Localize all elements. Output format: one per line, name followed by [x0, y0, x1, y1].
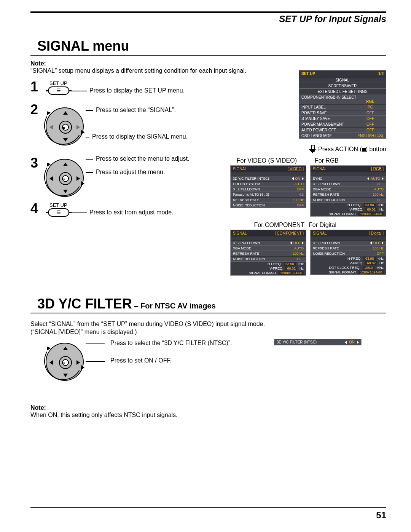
osd-row-value: 100 Hz: [373, 193, 384, 197]
section-title-signal-menu: SIGNAL menu: [37, 38, 386, 54]
footer-rule: [30, 507, 386, 508]
osd-row-value: OFF: [357, 122, 384, 126]
note-text-2: When ON, this setting only affects NTSC …: [30, 411, 386, 419]
yc-osd-value: ON: [349, 340, 355, 344]
osd-signal-video: SIGNAL[ VIDEO ]3D Y/C FILTER (NTSC)ONCOL…: [230, 165, 306, 208]
yc-line2: Press to set ON / OFF.: [110, 357, 172, 364]
osd-row-label: Panasonic AUTO (4 : 3): [233, 193, 269, 197]
label-for-component: For COMPONENT: [254, 222, 304, 228]
osd-3d-yc-filter: 3D Y/C FILTER (NTSC) ON: [274, 339, 362, 345]
osd-row-value: OFF: [357, 128, 384, 132]
yc-osd-label: 3D Y/C FILTER (NTSC): [277, 340, 317, 344]
freq-unit: Hz: [379, 261, 384, 265]
osd-setup-page: 1/2: [378, 72, 384, 76]
page-number: 51: [30, 510, 386, 521]
osd-row-value: 4:3: [299, 193, 304, 197]
freq-value: 63.98: [364, 203, 376, 207]
osd-row-value: OFF: [357, 117, 384, 121]
osd-row-label: EXTENDED LIFE SETTINGS: [317, 89, 367, 94]
osd-row-value: AUTO: [371, 177, 380, 181]
osd-row-value: RGB: [357, 99, 384, 104]
osd-row-value: PC: [357, 105, 384, 109]
osd-row-label: SCREENSAVER: [328, 84, 357, 88]
osd-row-label: COMPONENT/RGB-IN SELECT: [301, 95, 384, 99]
osd-sig-title: SIGNAL: [313, 167, 327, 171]
step2b-text: Press to display the SIGNAL menu.: [92, 133, 188, 140]
step3a-text: Press to select the menu to adjust.: [96, 155, 189, 162]
freq-unit: kHz: [378, 257, 384, 260]
chapter-title: SET UP for Input Signals: [279, 14, 386, 24]
freq-label: H-FREQ.: [268, 262, 282, 266]
osd-row-label: 3 : 2 PULLDOWN: [313, 182, 340, 186]
section-title-3d-yc: 3D Y/C FILTER – For NTSC AV images: [37, 296, 386, 312]
osd-sig-cat: [ VIDEO ]: [288, 167, 304, 171]
freq-value: 60.02: [285, 267, 297, 270]
freq-unit: Hz: [299, 267, 304, 270]
label-for-rgb: For RGB: [315, 157, 339, 164]
osd-row-value: AUTO: [374, 187, 384, 191]
osd-sig-cat: [ Digital ]: [369, 231, 384, 235]
osd-row-value: 100 Hz: [373, 246, 384, 250]
freq-label: V-FREQ.: [269, 267, 283, 270]
osd-row-label: REFRESH RATE: [233, 198, 259, 202]
osd-row-label: POWER MANAGEMENT: [301, 122, 344, 126]
osd-row-label: STANDBY SAVE: [301, 117, 330, 121]
osd-row-label: COLOR SYSTEM: [233, 182, 260, 186]
list-icon: ☰: [57, 88, 61, 93]
osd-signal-digital: SIGNAL[ Digital ]3 : 2 PULLDOWNOFFREFRES…: [310, 230, 386, 275]
format-label: SIGNAL FORMAT: [329, 212, 357, 216]
osd-row-value: ON: [295, 177, 301, 181]
osd-sig-title: SIGNAL: [233, 167, 247, 171]
osd-row-label: XGA MODE: [313, 187, 331, 191]
osd-row-label: SIGNAL: [336, 78, 350, 82]
osd-signal-component: SIGNAL[ COMPONENT ]3 : 2 PULLDOWNOFFXGA …: [230, 230, 306, 276]
note-label: Note:: [30, 60, 386, 67]
step2a-text: Press to select the “SIGNAL”.: [96, 107, 176, 113]
setup-button-label: SET UP: [49, 202, 67, 208]
freq-value: 63.98: [284, 262, 296, 266]
osd-sig-cat: [ COMPONENT ]: [275, 231, 304, 235]
section2-intro-l1: Select “SIGNAL” from the “SET UP” menu d…: [30, 320, 386, 328]
press-action-row: Press ACTION () button: [309, 145, 386, 154]
label-for-video: For VIDEO (S VIDEO): [237, 157, 297, 164]
osd-row-value: OFF: [377, 182, 384, 186]
osd-row-label: 3 : 2 PULLDOWN: [313, 241, 340, 245]
freq-label: V-FREQ.: [349, 208, 363, 211]
osd-row-value: ENGLISH (US): [357, 134, 384, 138]
osd-row-label: REFRESH RATE: [233, 252, 259, 256]
osd-row-label: AUTO POWER OFF: [301, 128, 336, 132]
osd-row-label: NOISE REDUCTION: [313, 198, 345, 202]
osd-sig-title: SIGNAL: [313, 231, 327, 235]
osd-row-label: NOISE REDUCTION: [233, 203, 265, 207]
freq-label: DOT CLOCK FREQ.: [329, 266, 360, 270]
osd-row-value: OFF: [297, 187, 304, 191]
setup-button-icon: ☰: [48, 208, 69, 217]
dpad-icon: ▪: [46, 107, 84, 145]
step-number-2: 2: [30, 102, 38, 118]
step1-text: Press to display the SET UP menu.: [89, 87, 185, 94]
osd-row-value: OFF: [377, 252, 384, 256]
format-value: 1280×1024/60: [358, 270, 384, 274]
freq-label: V-FREQ.: [349, 261, 363, 265]
osd-setup-title: SET UP: [301, 72, 315, 76]
osd-row-label: 3 : 2 PULLDOWN: [233, 241, 260, 245]
yc-line1: Press to select the “3D Y/C FILTER (NTSC…: [110, 340, 232, 347]
format-label: SIGNAL FORMAT: [329, 270, 357, 274]
freq-unit: MHz: [377, 266, 384, 270]
osd-row-value: 100 Hz: [293, 198, 304, 202]
setup-button-label: SET UP: [49, 80, 67, 86]
setup-button-icon: ☰: [48, 86, 69, 95]
osd-row-label: 3 : 2 PULLDOWN: [233, 187, 260, 191]
freq-label: H-FREQ.: [347, 257, 362, 260]
osd-sig-cat: [ RGB ]: [371, 167, 384, 171]
osd-row-label: XGA MODE: [233, 246, 251, 250]
step-number-3: 3: [30, 155, 38, 171]
step4-text: Press to exit from adjust mode.: [89, 209, 174, 216]
press-action-text: Press ACTION () button: [318, 146, 386, 153]
label-for-digital: For Digital: [309, 222, 336, 228]
freq-unit: kHz: [298, 262, 304, 266]
osd-row-label: OSD LANGUAGE: [301, 134, 332, 138]
down-arrow-icon: [309, 145, 316, 154]
format-label: SIGNAL FORMAT: [249, 271, 277, 275]
osd-row-value: OFF: [293, 241, 300, 245]
